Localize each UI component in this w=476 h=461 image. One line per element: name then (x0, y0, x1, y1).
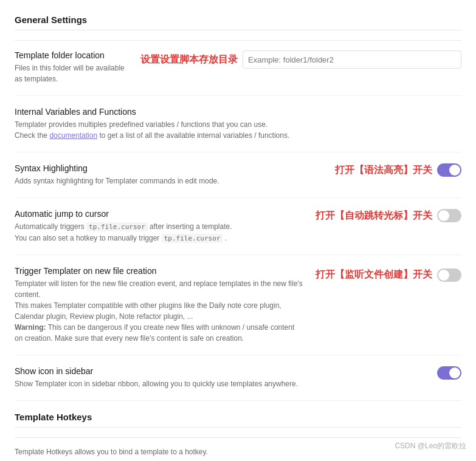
syntax-highlight-desc: Adds syntax highlighting for Templater c… (15, 176, 323, 186)
template-folder-input[interactable] (243, 50, 461, 69)
documentation-link[interactable]: documentation (49, 131, 97, 140)
template-folder-label: Template folder location (15, 50, 128, 60)
template-folder-row: Template folder location Files in this f… (15, 50, 461, 96)
show-icon-label: Show icon in sidebar (15, 366, 425, 376)
template-hotkeys-section: Template Hotkeys Template Hotkeys allows… (15, 412, 461, 461)
show-icon-info: Show icon in sidebar Show Templater icon… (15, 366, 437, 389)
template-folder-control: 设置设置脚本存放目录 (140, 50, 461, 69)
trigger-new-file-desc-2: This makes Templater compatible with oth… (15, 301, 281, 321)
trigger-new-file-desc: Templater will listen for the new file c… (15, 278, 303, 344)
internal-vars-desc: Templater provides multiples predefined … (15, 119, 449, 141)
template-folder-info: Template folder location Files in this f… (15, 50, 140, 84)
internal-vars-desc-line1: Templater provides multiples predefined … (15, 120, 267, 129)
watermark: CSDN @Leo的雷欧拉 (395, 441, 466, 451)
show-icon-row: Show icon in sidebar Show Templater icon… (15, 366, 461, 401)
internal-vars-info: Internal Variables and Functions Templat… (15, 107, 461, 141)
syntax-highlight-info: Syntax Highlighting Adds syntax highligh… (15, 163, 335, 186)
trigger-new-file-desc-1: Templater will listen for the new file c… (15, 279, 303, 299)
internal-vars-row: Internal Variables and Functions Templat… (15, 107, 461, 152)
show-icon-desc: Show Templater icon in sidebar ribbon, a… (15, 378, 425, 389)
internal-vars-desc-line3: to get a list of all the available inter… (97, 131, 289, 140)
trigger-new-file-label: Trigger Templater on new file creation (15, 266, 303, 276)
auto-jump-desc-2: You can also set a hotkey to manually tr… (15, 234, 227, 242)
trigger-new-file-desc-3: Warning: This can be dangerous if you cr… (15, 323, 294, 343)
internal-vars-desc-line2: Check the (15, 131, 49, 140)
syntax-highlight-annotation: 打开【语法高亮】开关 (335, 164, 432, 177)
trigger-new-file-control: 打开【监听文件创建】开关 (316, 266, 461, 282)
show-icon-control (437, 366, 461, 380)
auto-jump-control: 打开【自动跳转光标】开关 (316, 209, 461, 222)
trigger-new-file-row: Trigger Templater on new file creation T… (15, 266, 461, 355)
hotkeys-title: Template Hotkeys (15, 412, 461, 428)
trigger-new-file-annotation: 打开【监听文件创建】开关 (316, 268, 432, 281)
internal-vars-label: Internal Variables and Functions (15, 107, 449, 117)
auto-jump-row: Automatic jump to cursor Automatically t… (15, 209, 461, 255)
auto-jump-annotation: 打开【自动跳转光标】开关 (316, 210, 432, 222)
syntax-highlight-toggle[interactable] (437, 163, 461, 177)
syntax-highlight-control: 打开【语法高亮】开关 (335, 163, 461, 177)
trigger-new-file-info: Trigger Templater on new file creation T… (15, 266, 316, 344)
syntax-highlight-label: Syntax Highlighting (15, 163, 323, 173)
syntax-highlight-row: Syntax Highlighting Adds syntax highligh… (15, 163, 461, 198)
trigger-new-file-toggle[interactable] (437, 268, 461, 282)
auto-jump-desc-1: Automatically triggers tp.file.cursor af… (15, 222, 232, 231)
template-folder-desc: Files in this folder will be available a… (15, 63, 128, 84)
auto-jump-label: Automatic jump to cursor (15, 209, 303, 219)
auto-jump-info: Automatic jump to cursor Automatically t… (15, 209, 316, 244)
auto-jump-toggle[interactable] (437, 209, 461, 222)
auto-jump-desc: Automatically triggers tp.file.cursor af… (15, 221, 303, 244)
template-folder-annotation: 设置设置脚本存放目录 (140, 53, 238, 66)
general-settings-title: General Settings (15, 15, 461, 30)
show-icon-toggle[interactable] (437, 366, 461, 380)
